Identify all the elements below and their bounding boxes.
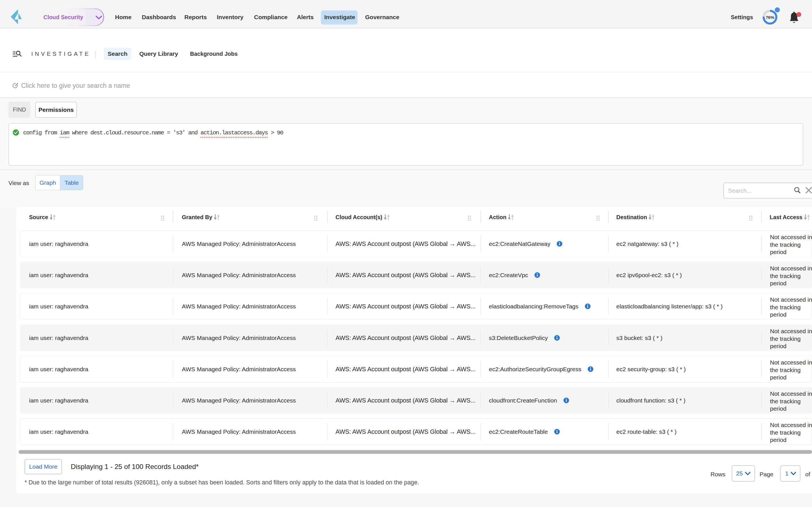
svg-text:76%: 76% xyxy=(766,15,774,20)
